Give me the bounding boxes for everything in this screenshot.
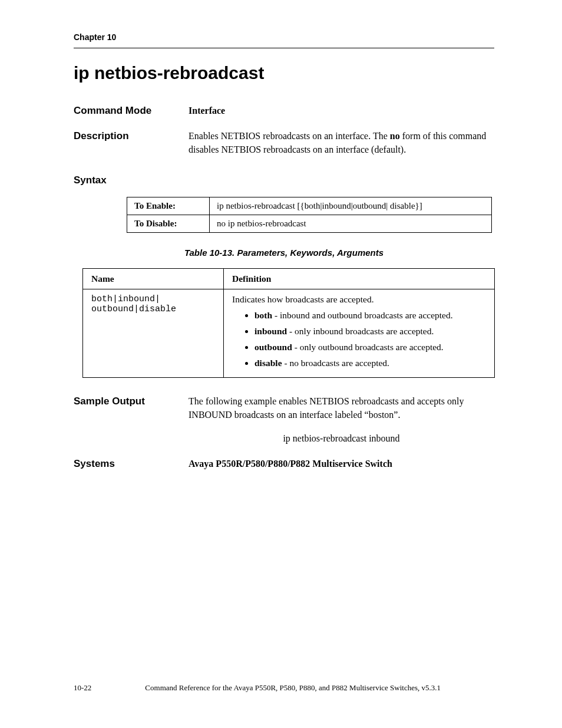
col-header-name: Name (83, 268, 224, 289)
table-row: To Enable: ip netbios-rebroadcast [{both… (127, 197, 492, 215)
description-label: Description (74, 130, 189, 142)
item-bold: outbound (254, 342, 292, 352)
chapter-label: Chapter 10 (74, 32, 116, 42)
command-mode-label: Command Mode (74, 105, 189, 117)
systems-value: Avaya P550R/P580/P880/P882 Multiservice … (189, 457, 494, 470)
item-bold: both (254, 310, 272, 320)
parameters-table: Name Definition both|inbound| outbound|d… (82, 268, 495, 378)
systems-label: Systems (74, 458, 189, 470)
table-row: To Disable: no ip netbios-rebroadcast (127, 215, 492, 232)
description-row: Description Enables NETBIOS rebroadcasts… (74, 129, 494, 156)
syntax-value: no ip netbios-rebroadcast (210, 215, 492, 232)
page-title: ip netbios-rebroadcast (74, 63, 494, 83)
table-header-row: Name Definition (83, 268, 495, 289)
command-mode-value: Interface (189, 104, 494, 117)
item-text: - inbound and outbound broadcasts are ac… (272, 310, 452, 320)
footer-title: Command Reference for the Avaya P550R, P… (91, 683, 494, 693)
sample-output-text: The following example enables NETBIOS re… (189, 394, 494, 421)
description-pre: Enables NETBIOS rebroadcasts on an inter… (189, 131, 390, 141)
param-definition: Indicates how broadcasts are accepted. b… (224, 289, 495, 377)
page-header: Chapter 10 (74, 32, 494, 48)
param-name-line2: outbound|disable (91, 304, 176, 314)
description-bold: no (390, 131, 400, 141)
sample-output-label: Sample Output (74, 396, 189, 407)
list-item: disable - no broadcasts are accepted. (254, 356, 486, 370)
syntax-value: ip netbios-rebroadcast [{both|inbound|ou… (210, 197, 492, 215)
description-text: Enables NETBIOS rebroadcasts on an inter… (189, 129, 494, 156)
systems-row: Systems Avaya P550R/P580/P880/P882 Multi… (74, 457, 494, 470)
param-def-list: both - inbound and outbound broadcasts a… (232, 308, 486, 370)
list-item: outbound - only outbound broadcasts are … (254, 340, 486, 354)
item-bold: disable (254, 358, 282, 368)
table-row: both|inbound| outbound|disable Indicates… (83, 289, 495, 377)
list-item: inbound - only inbound broadcasts are ac… (254, 324, 486, 338)
syntax-key: To Disable: (127, 215, 210, 232)
param-name: both|inbound| outbound|disable (83, 289, 224, 377)
item-text: - only outbound broadcasts are accepted. (292, 342, 444, 352)
page-footer: 10-22 Command Reference for the Avaya P5… (74, 683, 494, 693)
syntax-table: To Enable: ip netbios-rebroadcast [{both… (127, 197, 492, 233)
item-text: - no broadcasts are accepted. (282, 358, 389, 368)
item-text: - only inbound broadcasts are accepted. (287, 326, 434, 336)
col-header-definition: Definition (224, 268, 495, 289)
table-caption: Table 10-13. Parameters, Keywords, Argum… (74, 248, 494, 258)
sample-output-row: Sample Output The following example enab… (74, 394, 494, 421)
item-bold: inbound (254, 326, 287, 336)
syntax-key: To Enable: (127, 197, 210, 215)
param-name-line1: both|inbound| (91, 294, 160, 304)
list-item: both - inbound and outbound broadcasts a… (254, 308, 486, 322)
command-mode-row: Command Mode Interface (74, 104, 494, 117)
param-def-intro: Indicates how broadcasts are accepted. (232, 294, 374, 304)
document-page: Chapter 10 ip netbios-rebroadcast Comman… (0, 0, 562, 728)
sample-command: ip netbios-rebroadcast inbound (189, 433, 494, 444)
syntax-heading: Syntax (74, 174, 494, 186)
page-number: 10-22 (74, 683, 91, 693)
